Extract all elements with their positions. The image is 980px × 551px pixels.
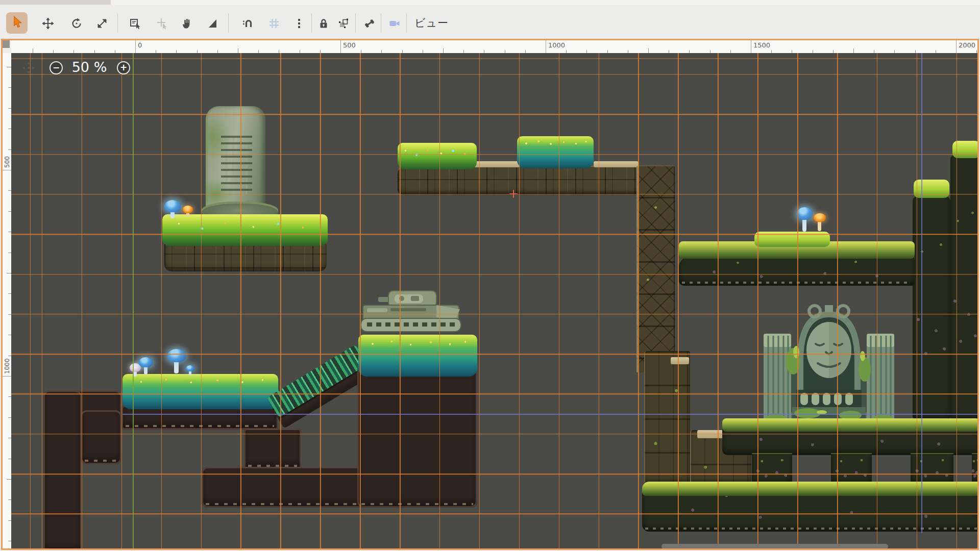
toolbar-separator — [406, 13, 407, 33]
angle-tool-button[interactable] — [206, 17, 219, 30]
view-menu[interactable]: ビュー — [414, 16, 449, 30]
mossy-bar-bottom-mosstop — [642, 482, 977, 496]
pick-point-tool-button[interactable] — [156, 17, 169, 30]
cursor-arrow-icon — [10, 15, 23, 31]
mossy-bar-upper-mosstop — [722, 418, 977, 432]
ruler-left-label: 500 — [4, 156, 11, 168]
ruler-top-label: 500 — [343, 41, 356, 49]
lock-button[interactable] — [317, 17, 330, 30]
more-options-button[interactable] — [292, 17, 306, 30]
ruler-top-label: 2000 — [959, 41, 975, 49]
ruler-left-label: 1000 — [4, 358, 11, 374]
ruler-corner — [3, 40, 11, 53]
ruler-top-label: 1000 — [548, 41, 565, 49]
guide-green-vertical[interactable] — [133, 53, 134, 548]
pan-tool-button[interactable] — [180, 17, 193, 30]
camera-button[interactable] — [388, 17, 401, 30]
camera-icon — [388, 17, 401, 30]
hanging-column-4[interactable] — [972, 453, 977, 486]
olive-column[interactable] — [644, 351, 690, 483]
grid-icon — [268, 17, 280, 30]
mossy-platform-right-body[interactable] — [679, 255, 915, 286]
right-column-tall-grass-cap — [952, 141, 977, 158]
grass-pad — [754, 232, 830, 247]
scale-tool-button[interactable] — [95, 17, 109, 30]
zoom-level-label: 50 % — [71, 59, 107, 75]
pan-canvas-watermark-icon — [21, 61, 36, 77]
move-icon — [42, 17, 54, 30]
ruin-platform-small-grass[interactable] — [162, 214, 328, 246]
diamond-column[interactable] — [636, 166, 675, 372]
rect-select-icon — [129, 17, 141, 30]
transform-bounds-button[interactable] — [337, 17, 350, 30]
ruin-platform-long-base[interactable] — [398, 165, 675, 195]
olive-column-tan-chunk — [671, 357, 689, 364]
snap-tool-button[interactable] — [241, 17, 255, 30]
ruin-platform-long-grass-teal[interactable] — [517, 136, 594, 168]
tank-vehicle[interactable] — [360, 290, 462, 337]
rotate-tool-button[interactable] — [70, 17, 83, 30]
toolbar-separator — [228, 13, 229, 33]
right-column-tall[interactable] — [950, 154, 977, 421]
crosshair-cursor-icon — [156, 17, 168, 30]
right-column-step[interactable] — [913, 195, 950, 421]
ruin-platform-long-grass-green[interactable] — [398, 143, 477, 169]
toolbar-separator — [311, 13, 312, 33]
ruler-left: 5001000 — [3, 53, 11, 548]
bare-stone-top — [474, 161, 520, 167]
stone-head-statue[interactable] — [761, 285, 897, 424]
zoom-in-button[interactable]: + — [117, 61, 130, 74]
scale-icon — [96, 17, 108, 30]
magnet-icon — [242, 17, 254, 30]
toolbar-separator — [355, 13, 356, 33]
teal-platform-dirt[interactable] — [121, 406, 278, 430]
hanging-column-1[interactable] — [752, 453, 792, 486]
dirt-mass-tank-base[interactable] — [357, 365, 477, 508]
horizontal-scrollbar-thumb[interactable] — [662, 544, 888, 548]
dirt-under-stairs[interactable] — [244, 429, 301, 469]
right-column-step-grass-cap — [914, 180, 949, 198]
move-tool-button[interactable] — [41, 17, 55, 30]
hanging-column-3[interactable] — [911, 453, 953, 486]
active-tab-edge — [0, 0, 111, 5]
tombstone-inscription — [221, 136, 252, 194]
grid-toggle-button[interactable] — [267, 17, 281, 30]
ellipsis-vertical-icon — [293, 17, 305, 30]
teal-grass-platform[interactable] — [122, 374, 278, 409]
toolbar-separator — [117, 13, 118, 33]
ruler-top: 0500100015002000 — [11, 40, 977, 53]
dirt-column-left[interactable] — [43, 390, 82, 548]
hanging-column-2[interactable] — [831, 453, 872, 486]
lock-icon — [317, 17, 330, 30]
transform-bounds-icon — [337, 17, 350, 30]
rotate-icon — [70, 17, 83, 30]
tank-platform-teal-grass[interactable] — [358, 335, 477, 377]
ruler-top-label: 1500 — [753, 41, 770, 49]
scene-viewport-frame: 0500100015002000 5001000 — [1, 39, 979, 550]
toolbar-separator — [381, 13, 381, 33]
dirt-leg-left[interactable] — [81, 410, 121, 464]
toolbar: ビュー — [0, 5, 980, 39]
origin-marker — [509, 190, 518, 198]
bare-stone-top — [594, 161, 639, 167]
select-tool-button[interactable] — [6, 12, 28, 34]
ruler-top-label: 0 — [138, 41, 142, 49]
bone-tool-button[interactable] — [363, 17, 376, 30]
rect-select-tool-button[interactable] — [129, 17, 142, 30]
bone-icon — [363, 17, 376, 30]
triangle-icon — [207, 17, 219, 30]
hand-icon — [181, 17, 193, 30]
level-editor-window: ビュー 0500100015002000 5001000 — [0, 0, 980, 551]
scene-canvas[interactable]: − 50 % + — [11, 53, 977, 548]
zoom-out-button[interactable]: − — [50, 61, 63, 74]
